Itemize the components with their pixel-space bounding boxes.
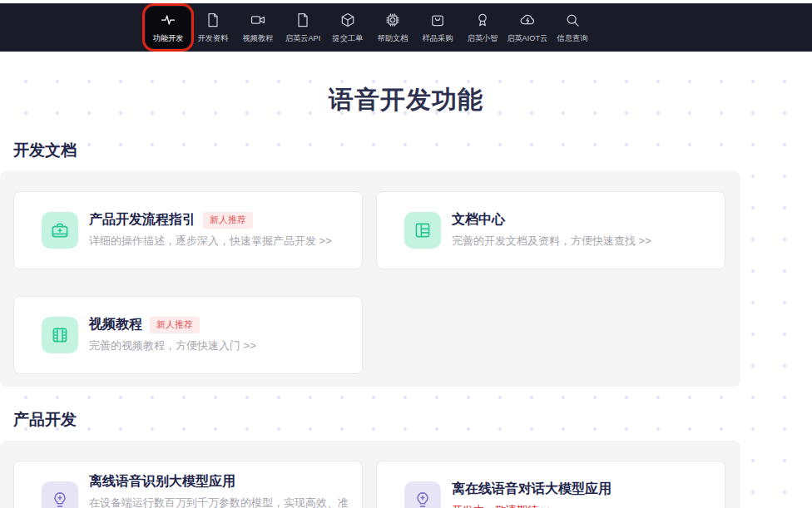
- card-description: 详细的操作描述，逐步深入，快速掌握产品开发 >>: [89, 234, 332, 249]
- card-title: 视频教程: [89, 316, 142, 333]
- nav-item-样品采购[interactable]: 样品采购: [415, 7, 460, 48]
- document-icon: [295, 12, 311, 28]
- film-icon: [42, 317, 78, 353]
- feature-card[interactable]: 产品开发流程指引 新人推荐 详细的操作描述，逐步深入，快速掌握产品开发 >>: [13, 191, 363, 269]
- card-description: 完善的开发文档及资料，方便快速查找 >>: [452, 234, 651, 249]
- top-navigation-bar: 功能开发 开发资料 视频教程 启英云API 提交工单 帮助文档 样品采购 启英小…: [0, 3, 812, 52]
- page-title: 语音开发功能: [0, 52, 812, 117]
- nav-item-启英云API[interactable]: 启英云API: [280, 7, 325, 48]
- nav-item-提交工单[interactable]: 提交工单: [325, 7, 370, 48]
- cloud-bolt-icon: [519, 12, 536, 28]
- card-title: 文档中心: [452, 211, 505, 229]
- feature-card[interactable]: 离线语音识别大模型应用 在设备端运行数百万到千万参数的模型，实现高效、准确地将语…: [13, 461, 363, 508]
- document-icon: [205, 12, 221, 28]
- nav-item-视频教程[interactable]: 视频教程: [235, 7, 280, 48]
- new-user-badge: 新人推荐: [203, 212, 253, 229]
- feature-card[interactable]: 文档中心 完善的开发文档及资料，方便快速查找 >>: [376, 191, 725, 269]
- section-body: 产品开发流程指引 新人推荐 详细的操作描述，逐步深入，快速掌握产品开发 >> 文…: [0, 171, 740, 387]
- nav-item-信息查询[interactable]: 信息查询: [550, 7, 595, 48]
- activity-icon: [160, 12, 176, 28]
- lightbulb-icon: [404, 481, 441, 508]
- layout-icon: [404, 212, 441, 249]
- section-heading: 开发文档: [13, 140, 812, 161]
- shopping-bag-icon: [429, 12, 446, 28]
- video-camera-icon: [250, 12, 266, 28]
- card-description: 在设备端运行数百万到千万参数的模型，实现高效、准确地将语音转化为文本或指令 >>: [89, 496, 351, 508]
- feature-card[interactable]: 视频教程 新人推荐 完善的视频教程，方便快速入门 >>: [13, 296, 363, 374]
- first-aid-kit-icon: [42, 212, 78, 249]
- nav-item-帮助文档[interactable]: 帮助文档: [370, 7, 415, 48]
- lightbulb-icon: [42, 481, 78, 508]
- nav-item-启英AIOT云[interactable]: 启英AIOT云: [505, 7, 550, 48]
- card-title: 离在线语音对话大模型应用: [452, 481, 611, 498]
- search-icon: [564, 12, 581, 28]
- main-content: 语音开发功能 开发文档 产品开发流程指引 新人推荐 详细的操作描述，逐步深入，快…: [0, 52, 812, 508]
- card-description: 开发中，敬请期待 >>: [452, 503, 611, 508]
- medal-icon: [474, 12, 491, 28]
- card-title: 离线语音识别大模型应用: [89, 473, 235, 491]
- nav-item-启英小智[interactable]: 启英小智: [460, 7, 505, 48]
- chip-icon: [384, 12, 401, 28]
- section-body: 离线语音识别大模型应用 在设备端运行数百万到千万参数的模型，实现高效、准确地将语…: [0, 441, 740, 508]
- section: 产品开发 离线语音识别大模型应用 在设备端运行数百万到千万参数的模型，实现高效、…: [0, 409, 812, 508]
- cube-icon: [339, 12, 356, 28]
- card-description: 完善的视频教程，方便快速入门 >>: [89, 338, 256, 354]
- section-heading: 产品开发: [13, 409, 812, 431]
- nav-item-功能开发[interactable]: 功能开发: [146, 7, 191, 48]
- section: 开发文档 产品开发流程指引 新人推荐 详细的操作描述，逐步深入，快速掌握产品开发…: [0, 140, 812, 387]
- new-user-badge: 新人推荐: [150, 317, 200, 333]
- feature-card[interactable]: 离在线语音对话大模型应用 开发中，敬请期待 >>: [376, 461, 725, 508]
- card-title: 产品开发流程指引: [89, 211, 196, 229]
- nav-item-开发资料[interactable]: 开发资料: [191, 7, 235, 48]
